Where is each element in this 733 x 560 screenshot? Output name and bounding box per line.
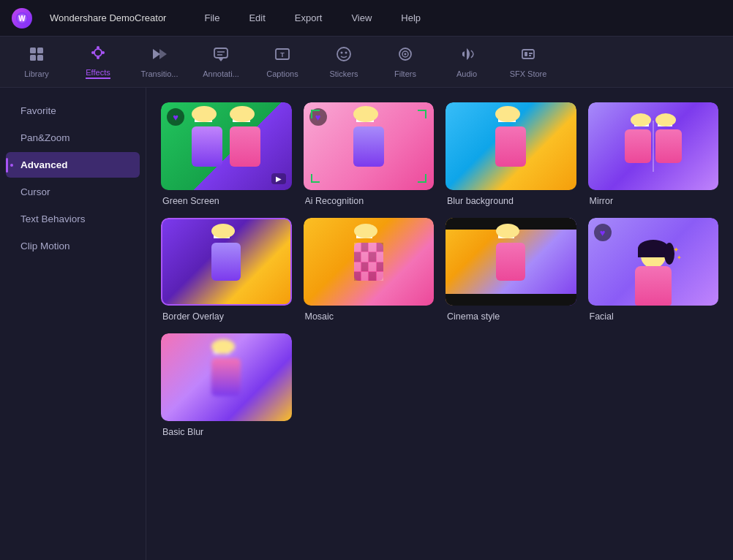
annotations-label: Annotati...	[203, 69, 239, 78]
library-label: Library	[24, 69, 49, 78]
effect-thumb-blur-bg	[446, 102, 576, 190]
svg-point-21	[345, 51, 347, 53]
svg-text:W: W	[18, 15, 26, 23]
captions-icon: T	[274, 46, 290, 66]
svg-rect-13	[214, 48, 228, 58]
effect-name-green-screen: Green Screen	[161, 196, 292, 206]
effect-name-basic-blur: Basic Blur	[161, 427, 292, 437]
favorite-icon-green-screen: ♥	[167, 108, 184, 126]
effects-label: Effects	[86, 68, 110, 79]
app-title: Wondershare DemoCreator	[50, 12, 166, 23]
effect-thumb-mirror	[588, 102, 719, 190]
corner-br-icon	[418, 174, 426, 183]
effect-thumb-cinema	[446, 218, 576, 306]
favorite-icon-facial: ♥	[594, 224, 612, 241]
effect-thumb-facial: ♥ ✦	[588, 218, 719, 306]
svg-rect-5	[37, 55, 43, 61]
stickers-label: Stickers	[329, 69, 358, 78]
effects-icon	[90, 45, 106, 64]
effect-card-border-overlay[interactable]: Border Overlay	[161, 218, 292, 322]
effect-card-cinema-style[interactable]: Cinema style	[446, 218, 576, 322]
effect-card-mosaic[interactable]: Mosaic	[304, 218, 435, 322]
svg-point-6	[94, 49, 102, 56]
transitions-icon	[151, 46, 168, 66]
effect-name-facial: Facial	[588, 311, 719, 322]
svg-rect-25	[522, 50, 534, 58]
toolbar-annotations[interactable]: Annotati...	[192, 40, 250, 84]
sfx-icon	[520, 46, 536, 66]
effect-thumb-mosaic	[304, 218, 435, 306]
menu-help[interactable]: Help	[395, 10, 426, 26]
svg-point-19	[337, 48, 350, 61]
sidebar-item-text-behaviors[interactable]: Text Behaviors	[6, 206, 140, 232]
audio-icon	[459, 46, 475, 66]
effect-card-basic-blur[interactable]: Basic Blur	[161, 333, 292, 437]
corner-tl-icon	[311, 110, 320, 118]
sfx-label: SFX Store	[510, 69, 547, 78]
library-icon	[29, 46, 45, 66]
sidebar-item-clip-motion[interactable]: Clip Motion	[6, 233, 140, 259]
toolbar-audio[interactable]: Audio	[437, 40, 496, 84]
effect-card-green-screen[interactable]: ♥ ▶ Green	[161, 102, 292, 206]
svg-text:T: T	[280, 51, 285, 58]
stickers-icon	[336, 46, 352, 66]
effect-name-mosaic: Mosaic	[304, 311, 435, 322]
effects-content: ♥ ▶ Green	[146, 88, 733, 560]
menu-export[interactable]: Export	[289, 10, 328, 26]
sidebar-item-favorite[interactable]: Favorite	[6, 98, 140, 124]
svg-rect-27	[529, 53, 533, 54]
svg-point-8	[102, 51, 105, 54]
svg-point-7	[97, 46, 99, 49]
annotations-icon	[213, 46, 229, 66]
svg-rect-3	[37, 48, 43, 53]
titlebar: W Wondershare DemoCreator File Edit Expo…	[0, 0, 733, 37]
effect-thumb-border-overlay	[161, 218, 292, 306]
captions-label: Captions	[266, 69, 298, 78]
effect-card-mirror[interactable]: Mirror	[588, 102, 719, 206]
menu-file[interactable]: File	[198, 10, 225, 26]
filters-icon	[397, 46, 413, 66]
app-logo: W	[12, 8, 32, 29]
transitions-label: Transitio...	[141, 69, 178, 78]
effects-grid: ♥ ▶ Green	[161, 102, 718, 437]
menu-edit[interactable]: Edit	[243, 10, 271, 26]
audio-label: Audio	[456, 69, 477, 78]
svg-rect-2	[30, 48, 36, 53]
effect-thumb-ai: ♥	[304, 102, 435, 190]
svg-rect-4	[30, 55, 36, 61]
svg-rect-28	[529, 55, 531, 56]
svg-marker-12	[159, 49, 167, 59]
effect-thumb-green-screen: ♥ ▶	[161, 102, 292, 190]
svg-rect-26	[525, 52, 527, 56]
corner-bl-icon	[311, 174, 320, 183]
toolbar-filters[interactable]: Filters	[376, 40, 435, 84]
effect-name-mirror: Mirror	[588, 196, 719, 206]
toolbar-library[interactable]: Library	[7, 40, 66, 84]
toolbar-captions[interactable]: T Captions	[253, 40, 312, 84]
effect-name-border-overlay: Border Overlay	[161, 311, 292, 322]
svg-point-20	[341, 51, 343, 53]
effect-card-blur-background[interactable]: Blur background	[446, 102, 576, 206]
corner-tr-icon	[418, 110, 426, 118]
toolbar-transitions[interactable]: Transitio...	[130, 40, 189, 84]
effect-name-cinema: Cinema style	[446, 311, 576, 322]
filters-label: Filters	[394, 69, 416, 78]
sidebar-item-advanced[interactable]: Advanced	[6, 152, 140, 178]
svg-point-24	[405, 53, 407, 55]
toolbar-effects[interactable]: Effects	[69, 39, 127, 85]
svg-point-10	[97, 56, 99, 59]
menu-view[interactable]: View	[345, 10, 377, 26]
main-area: Favorite Pan&Zoom Advanced Cursor Text B…	[0, 88, 733, 560]
toolbar-stickers[interactable]: Stickers	[315, 40, 373, 84]
svg-point-9	[91, 51, 94, 54]
effect-card-facial[interactable]: ♥ ✦	[588, 218, 719, 322]
svg-marker-11	[153, 49, 160, 59]
sidebar-item-cursor[interactable]: Cursor	[6, 179, 140, 205]
sidebar-item-panzoom[interactable]: Pan&Zoom	[6, 125, 140, 151]
effect-name-ai: Ai Recognition	[304, 196, 435, 206]
effect-card-ai-recognition[interactable]: ♥ Ai Recognition	[304, 102, 435, 206]
svg-marker-14	[218, 58, 224, 61]
effect-thumb-basic-blur	[161, 333, 292, 421]
toolbar-sfx[interactable]: SFX Store	[499, 40, 557, 84]
sidebar: Favorite Pan&Zoom Advanced Cursor Text B…	[0, 88, 146, 560]
